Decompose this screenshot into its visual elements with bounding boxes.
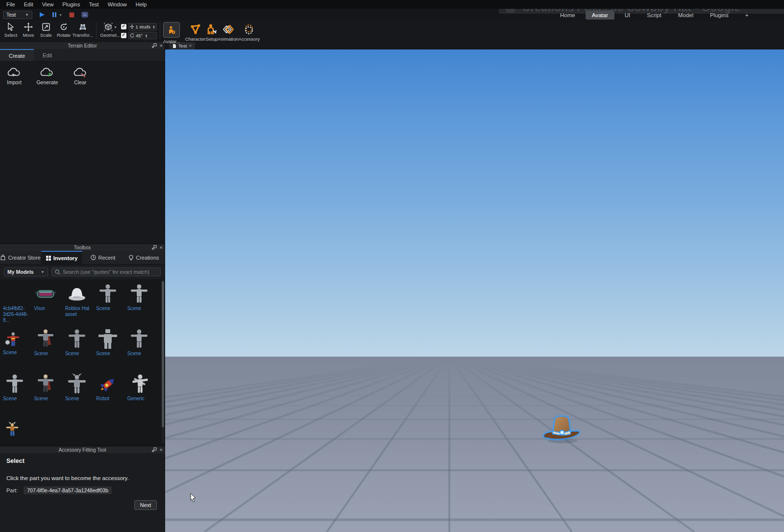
model-item[interactable]: Scene (3, 372, 32, 416)
menu-edit[interactable]: Edit (20, 0, 38, 9)
model-item[interactable]: Scene (65, 327, 94, 371)
ribbon-tab-avatar[interactable]: Avatar (586, 11, 614, 20)
figure-thumbnail (97, 283, 119, 305)
stop-button[interactable] (69, 10, 74, 19)
close-icon[interactable]: × (189, 43, 192, 48)
toolbox-tab-creations[interactable]: Creations (123, 251, 165, 264)
character-rig-icon (190, 24, 201, 35)
toolbox-scrollbar-thumb[interactable] (162, 281, 164, 427)
ribbon-tab-script[interactable]: Script (640, 11, 667, 20)
toolbar-divider (96, 23, 97, 39)
terrain-tab-create[interactable]: Create (0, 49, 34, 61)
avatar-person-gear-icon (167, 25, 176, 34)
model-item[interactable]: Scene (127, 282, 156, 326)
menu-plugins[interactable]: Plugins (58, 0, 84, 9)
test-mode-dropdown[interactable]: Test▼ (3, 11, 32, 19)
snap-move-checkbox[interactable] (121, 24, 126, 29)
svg-text:▼: ▼ (114, 25, 117, 29)
geometry-cube-icon: ▼ (104, 23, 117, 31)
category-filter-dropdown[interactable]: My Models▼ (4, 267, 48, 276)
menu-view[interactable]: View (38, 0, 58, 9)
move-tool-button[interactable]: Move (20, 23, 37, 38)
terrain-generate-button[interactable]: Generate (36, 67, 58, 85)
red-figure-thumbnail (4, 331, 22, 349)
model-item[interactable]: Scene (65, 372, 94, 416)
search-input[interactable] (63, 269, 157, 275)
menu-file[interactable]: File (2, 0, 20, 9)
toolbox-tab-creator-store[interactable]: Creator Store (0, 251, 41, 264)
close-icon[interactable]: × (160, 245, 163, 250)
close-icon[interactable]: × (160, 447, 163, 453)
model-item[interactable]: Roblox Hat asset (65, 282, 94, 326)
undock-icon[interactable] (152, 245, 157, 250)
attachment-handle[interactable] (560, 431, 564, 435)
undock-icon[interactable] (152, 43, 157, 48)
model-item[interactable]: Generic (127, 372, 156, 416)
scale-icon (42, 23, 50, 31)
play-button[interactable] (39, 10, 45, 19)
client-server-button[interactable] (81, 10, 88, 19)
client-server-icon (81, 12, 88, 18)
ribbon-tab-home[interactable]: Home (554, 11, 582, 20)
snap-move-stepper[interactable]: ▲▼ (152, 25, 155, 29)
model-item[interactable]: Scene (34, 327, 63, 371)
search-icon (55, 269, 60, 275)
model-item[interactable]: 4cb4fb82-3d26-4d48-8... (3, 282, 32, 326)
select-tool-button[interactable]: Select (2, 23, 20, 38)
ribbon-tab-add[interactable]: + (739, 11, 755, 20)
transform-tool-button[interactable]: Transfor... (73, 23, 93, 38)
menu-test[interactable]: Test (84, 0, 103, 9)
part-value-field[interactable]: 707-6f0e-4ea7-8a57-3a1248edf03b (24, 486, 112, 494)
model-item[interactable]: Scene (34, 372, 63, 416)
snap-rotate-stepper[interactable]: ▲▼ (145, 34, 147, 38)
generic-figure-thumbnail (128, 373, 150, 395)
next-button[interactable]: Next (134, 500, 157, 510)
menu-window[interactable]: Window (103, 0, 131, 9)
terrain-editor-header[interactable]: Terrain Editor × (0, 42, 165, 49)
ribbon-tab-ui[interactable]: UI (618, 11, 637, 20)
clear-cloud-icon (73, 67, 88, 78)
snap-rotate-field[interactable]: 45° ▲▼ (128, 32, 157, 39)
ribbon-tab-model[interactable]: Model (672, 11, 700, 20)
toolbox-tab-inventory[interactable]: Inventory (41, 251, 82, 264)
cowboy-hat-part[interactable] (539, 412, 586, 445)
fitting-tool-header[interactable]: Accessory Fitting Tool × (0, 446, 165, 453)
close-icon[interactable]: × (160, 43, 163, 48)
select-cursor-icon (6, 23, 15, 31)
undock-icon[interactable] (152, 447, 157, 452)
clock-icon (91, 255, 96, 260)
viewport-pane: Test × (165, 42, 784, 532)
toolbox-header[interactable]: Toolbox × (0, 244, 165, 251)
scale-tool-button[interactable]: Scale (37, 23, 55, 38)
setup-tool-button[interactable]: Setup (205, 24, 218, 42)
snap-rotate-checkbox[interactable] (121, 33, 126, 38)
transform-icon (78, 23, 87, 31)
avatar-tool-selected-frame (163, 22, 180, 38)
terrain-tab-edit[interactable]: Edit (34, 49, 61, 61)
3d-scene-canvas[interactable] (165, 49, 784, 532)
toolbox-tab-recent[interactable]: Recent (82, 251, 123, 264)
import-cloud-icon (7, 67, 22, 78)
model-item[interactable]: Scene (96, 282, 125, 326)
grid-icon (46, 256, 51, 261)
pause-button[interactable]: ▼ (52, 10, 62, 19)
part-label: Part: (6, 487, 18, 493)
animation-tool-button[interactable]: Animation (218, 24, 238, 42)
menu-help[interactable]: Help (131, 0, 151, 9)
avatar-tool-button[interactable]: Avatar... (163, 22, 180, 44)
terrain-clear-button[interactable]: Clear (73, 67, 88, 85)
pause-options-chevron[interactable]: ▼ (59, 13, 62, 17)
rotate-tool-button[interactable]: Rotate (55, 23, 73, 38)
model-item[interactable]: Visor (34, 282, 63, 326)
accessory-tool-button[interactable]: Accessory (238, 24, 260, 42)
snap-move-field[interactable]: 1 studs ▲▼ (128, 23, 157, 30)
model-item[interactable]: Scene (96, 327, 125, 371)
model-item[interactable] (3, 417, 32, 446)
ribbon-tab-plugins[interactable]: Plugins (704, 11, 735, 20)
model-item[interactable]: Scene (127, 327, 156, 371)
character-tool-button[interactable]: Character (185, 24, 206, 42)
geometry-tool-button[interactable]: ▼ Geomet... (99, 23, 121, 38)
model-item[interactable]: Robot (96, 372, 125, 416)
terrain-import-button[interactable]: Import (7, 67, 22, 85)
model-item[interactable]: Scene (3, 327, 32, 371)
